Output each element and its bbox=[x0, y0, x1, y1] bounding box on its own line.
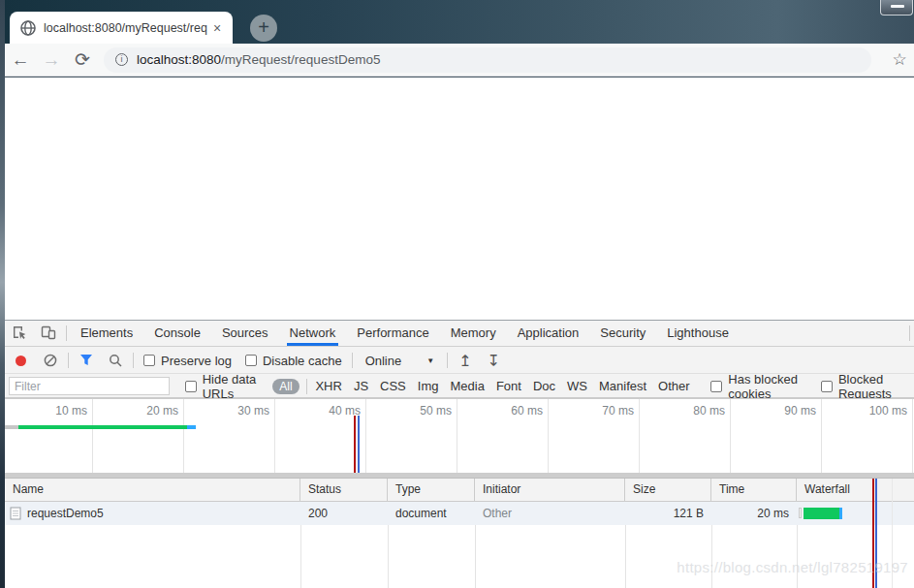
waterfall-bar-queueing bbox=[799, 508, 802, 518]
waterfall-bar bbox=[804, 508, 839, 519]
request-initiator: Other bbox=[475, 502, 625, 525]
device-toolbar-icon[interactable] bbox=[34, 323, 63, 344]
chevron-down-icon: ▼ bbox=[426, 356, 434, 365]
timeline-tick: 40 ms bbox=[275, 399, 366, 473]
browser-tab[interactable]: localhost:8080/myRequest/req × bbox=[10, 12, 233, 44]
timeline-tick: 60 ms bbox=[457, 399, 549, 473]
timeline-tick: 30 ms bbox=[184, 399, 275, 473]
tab-console[interactable]: Console bbox=[143, 321, 211, 346]
timeline-tick: 70 ms bbox=[549, 399, 640, 473]
filter-chip-font[interactable]: Font bbox=[490, 379, 527, 393]
import-har-icon[interactable]: ↥ bbox=[458, 352, 471, 370]
tab-security[interactable]: Security bbox=[589, 321, 656, 346]
network-filter-bar: Hide data URLs All XHR JS CSS Img Media … bbox=[5, 375, 914, 398]
document-icon bbox=[10, 507, 21, 520]
disable-cache-label: Disable cache bbox=[263, 354, 342, 368]
checkbox-icon bbox=[821, 381, 833, 392]
timeline-tick: 50 ms bbox=[366, 399, 457, 473]
divider bbox=[133, 353, 134, 368]
search-icon[interactable] bbox=[101, 352, 130, 370]
column-header-time[interactable]: Time bbox=[711, 479, 797, 501]
tab-lighthouse[interactable]: Lighthouse bbox=[656, 321, 740, 346]
inspect-element-icon[interactable] bbox=[5, 323, 34, 344]
overview-waterfall-bar bbox=[18, 425, 187, 429]
request-table-body bbox=[5, 525, 914, 588]
filter-chip-all[interactable]: All bbox=[272, 379, 299, 394]
bookmark-star-icon[interactable]: ☆ bbox=[885, 49, 914, 70]
tab-network[interactable]: Network bbox=[279, 321, 347, 346]
back-icon[interactable]: ← bbox=[5, 49, 36, 71]
column-divider bbox=[797, 525, 798, 588]
address-bar: ← → ⟳ i localhost:8080/myRequest/request… bbox=[5, 44, 914, 77]
preserve-log-checkbox[interactable]: Preserve log bbox=[143, 354, 232, 368]
blocked-requests-label: Blocked Requests bbox=[838, 372, 907, 401]
column-header-name[interactable]: Name bbox=[5, 479, 300, 501]
filter-chip-js[interactable]: JS bbox=[348, 379, 374, 393]
blocked-requests-checkbox[interactable]: Blocked Requests bbox=[821, 372, 907, 401]
url-text[interactable]: localhost:8080/myRequest/requestDemo5 bbox=[137, 52, 380, 67]
filter-chip-manifest[interactable]: Manifest bbox=[593, 379, 652, 393]
load-event-line bbox=[354, 416, 356, 473]
filter-chip-doc[interactable]: Doc bbox=[527, 379, 561, 393]
request-status: 200 bbox=[300, 502, 388, 525]
checkbox-icon bbox=[143, 355, 155, 366]
tab-strip: localhost:8080/myRequest/req × + bbox=[5, 0, 914, 44]
tab-performance[interactable]: Performance bbox=[346, 321, 439, 346]
overview-waterfall-bar-receive bbox=[187, 425, 196, 429]
timeline-tick: 20 ms bbox=[93, 399, 184, 473]
column-header-type[interactable]: Type bbox=[388, 479, 475, 501]
forward-icon[interactable]: → bbox=[36, 49, 67, 71]
minimize-window-button[interactable] bbox=[880, 0, 913, 15]
filter-chip-media[interactable]: Media bbox=[444, 379, 489, 393]
export-har-icon[interactable]: ↧ bbox=[488, 352, 500, 370]
request-name: requestDemo5 bbox=[27, 502, 104, 525]
filter-chip-xhr[interactable]: XHR bbox=[309, 379, 347, 393]
column-header-status[interactable]: Status bbox=[300, 479, 388, 501]
preserve-log-label: Preserve log bbox=[161, 354, 232, 368]
page-viewport bbox=[5, 77, 914, 320]
tab-memory[interactable]: Memory bbox=[440, 321, 507, 346]
divider bbox=[66, 325, 67, 341]
devtools-tab-bar: Elements Console Sources Network Perform… bbox=[5, 321, 914, 347]
clear-icon[interactable] bbox=[36, 352, 65, 370]
page-info-icon[interactable]: i bbox=[115, 53, 128, 66]
timeline-tick: 80 ms bbox=[640, 399, 731, 473]
new-tab-button[interactable]: + bbox=[250, 15, 277, 42]
request-name-cell: requestDemo5 bbox=[5, 502, 300, 525]
checkbox-icon bbox=[185, 381, 197, 392]
filter-chip-css[interactable]: CSS bbox=[374, 379, 412, 393]
request-row[interactable]: requestDemo5 200 document Other 121 B 20… bbox=[5, 502, 914, 525]
reload-icon[interactable]: ⟳ bbox=[67, 48, 98, 71]
divider bbox=[352, 353, 353, 368]
filter-input[interactable] bbox=[9, 377, 170, 395]
column-header-waterfall[interactable]: Waterfall bbox=[797, 479, 914, 501]
hide-data-urls-checkbox[interactable]: Hide data URLs bbox=[185, 372, 263, 401]
disable-cache-checkbox[interactable]: Disable cache bbox=[245, 354, 342, 368]
request-type: document bbox=[388, 502, 475, 525]
divider bbox=[68, 353, 69, 368]
timeline-tick: 100 ms bbox=[822, 399, 913, 473]
omnibox[interactable]: i localhost:8080/myRequest/requestDemo5 bbox=[104, 47, 871, 73]
record-button[interactable] bbox=[16, 356, 26, 366]
filter-chip-img[interactable]: Img bbox=[412, 379, 445, 393]
throttling-select[interactable]: Online▼ bbox=[365, 354, 435, 368]
tab-sources[interactable]: Sources bbox=[211, 321, 279, 346]
filter-funnel-icon[interactable] bbox=[72, 352, 101, 369]
request-size: 121 B bbox=[625, 502, 711, 525]
filter-chip-ws[interactable]: WS bbox=[561, 379, 593, 393]
column-header-initiator[interactable]: Initiator bbox=[475, 479, 625, 501]
column-divider bbox=[388, 525, 389, 588]
timeline-tick: 10 ms bbox=[5, 399, 93, 473]
column-header-size[interactable]: Size bbox=[625, 479, 711, 501]
request-time: 20 ms bbox=[711, 502, 797, 525]
filter-chip-other[interactable]: Other bbox=[652, 379, 696, 393]
devtools-panel: Elements Console Sources Network Perform… bbox=[5, 320, 914, 588]
checkbox-icon bbox=[245, 355, 257, 366]
watermark: https://blog.csdn.net/lgl782519197 bbox=[677, 559, 908, 575]
has-blocked-cookies-checkbox[interactable]: Has blocked cookies bbox=[710, 372, 807, 401]
tab-elements[interactable]: Elements bbox=[70, 321, 143, 346]
divider bbox=[306, 379, 307, 394]
tab-application[interactable]: Application bbox=[507, 321, 590, 346]
network-overview-timeline[interactable]: 10 ms 20 ms 30 ms 40 ms 50 ms 60 ms 70 m… bbox=[5, 398, 914, 473]
close-tab-icon[interactable]: × bbox=[209, 20, 225, 36]
